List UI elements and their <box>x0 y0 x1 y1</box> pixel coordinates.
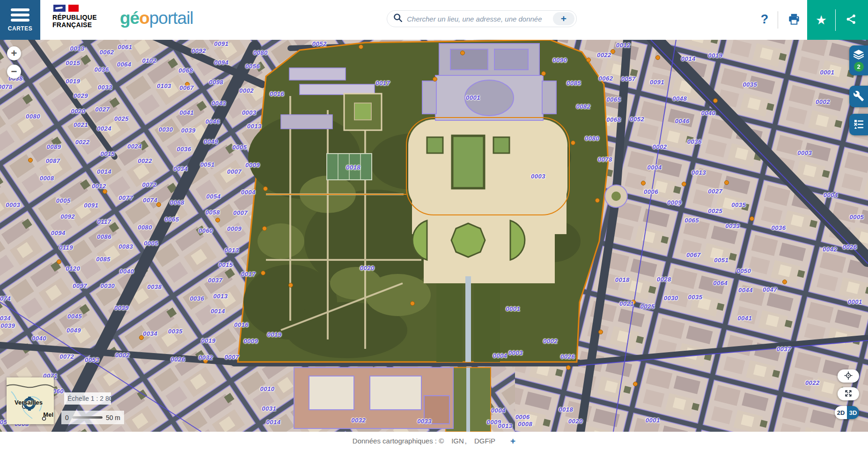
attribution-text: Données cartographiques : © <box>353 437 444 445</box>
logo-o: o <box>139 8 149 28</box>
zoom-in-button[interactable]: + <box>7 46 21 60</box>
advanced-search-button[interactable]: + <box>553 12 574 25</box>
scale-bar-end: 50 m <box>106 414 120 421</box>
header-divider <box>778 11 778 29</box>
attribution-link-dgfip[interactable]: DGFiP <box>474 437 495 445</box>
french-flag-icon <box>53 5 113 12</box>
zoom-out-button[interactable]: − <box>7 65 21 79</box>
fullscreen-icon <box>844 389 853 399</box>
scale-bar-start: 0 <box>65 414 69 421</box>
layers-count-badge: 2 <box>854 62 864 72</box>
geoportail-logo[interactable]: géoportail <box>120 8 193 28</box>
header-actions: ★ <box>807 0 868 40</box>
dimension-toggle[interactable]: 2D 3D <box>835 406 859 419</box>
geolocate-button[interactable] <box>838 369 859 383</box>
app-header: CARTES RÉPUBLIQUE FRANÇAISE géoportail +… <box>0 0 868 40</box>
share-button[interactable] <box>836 0 867 40</box>
logo-portail: portail <box>149 8 193 28</box>
francaise-line: FRANÇAISE <box>52 21 113 29</box>
search-icon <box>393 13 403 25</box>
minimap-city2-label: Mel <box>43 411 53 418</box>
attribution-link-ign[interactable]: IGN <box>451 437 464 445</box>
legend-icon <box>853 118 864 131</box>
scale-bar-line <box>72 416 103 419</box>
print-icon <box>787 21 801 28</box>
fullscreen-button[interactable] <box>838 387 859 400</box>
locate-icon <box>844 371 853 382</box>
search-bar: + <box>387 10 577 27</box>
republique-francaise-logo: RÉPUBLIQUE FRANÇAISE <box>52 5 113 29</box>
star-icon: ★ <box>816 13 827 27</box>
attribution-separator: , <box>465 437 467 445</box>
overview-minimap[interactable]: Versailles Mel <box>7 377 54 424</box>
favorites-button[interactable]: ★ <box>807 0 835 40</box>
tools-button[interactable] <box>849 86 868 107</box>
logo-ge: gé <box>120 8 139 28</box>
attribution-bar: Données cartographiques : © IGN, DGFiP + <box>0 432 868 450</box>
maps-menu-button[interactable]: CARTES <box>0 0 40 40</box>
aerial-imagery <box>0 40 868 432</box>
hamburger-icon <box>11 8 29 22</box>
wrench-icon <box>853 90 864 103</box>
search-input[interactable] <box>407 15 553 23</box>
legend-button[interactable] <box>849 114 868 135</box>
share-icon <box>845 13 857 27</box>
attribution-expand-button[interactable]: + <box>510 436 515 446</box>
scale-indicator: Échelle 1 : 2 806 <box>64 392 111 405</box>
layers-button[interactable]: 2 <box>849 45 868 75</box>
scale-bar: 0 50 m <box>61 411 124 424</box>
layers-icon <box>853 49 865 61</box>
map-canvas[interactable]: 0013006200610015003600640102009200910080… <box>0 40 868 432</box>
view-2d-button[interactable]: 2D <box>835 406 847 419</box>
help-button[interactable]: ? <box>758 8 772 30</box>
minimap-city-label: Versailles <box>15 399 43 406</box>
maps-menu-label: CARTES <box>8 25 32 32</box>
republique-line: RÉPUBLIQUE <box>52 14 113 21</box>
print-button[interactable] <box>786 11 802 28</box>
